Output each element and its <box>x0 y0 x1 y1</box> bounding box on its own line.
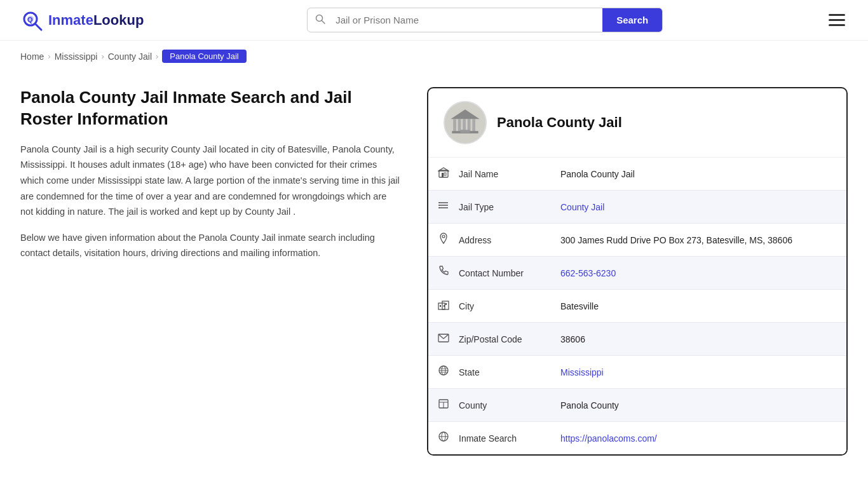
svg-rect-14 <box>460 130 470 133</box>
left-column: Panola County Jail Inmate Search and Jai… <box>20 87 427 456</box>
logo-text: InmateLookup <box>48 12 144 29</box>
info-row-jail-name: Jail Name Panola County Jail <box>428 158 846 191</box>
svg-rect-7 <box>453 119 456 132</box>
address-value: 300 James Rudd Drive PO Box 273, Batesvi… <box>560 226 846 254</box>
pin-icon <box>428 224 459 256</box>
zip-icon <box>428 323 459 355</box>
svg-point-23 <box>438 205 440 206</box>
page-desc-1: Panola County Jail is a high security Co… <box>20 142 402 220</box>
list-icon <box>428 191 459 223</box>
city-label: City <box>459 292 560 320</box>
address-label: Address <box>459 226 560 254</box>
svg-rect-27 <box>442 301 449 309</box>
svg-point-25 <box>442 235 445 238</box>
search-bar: Search <box>307 8 663 32</box>
page-desc-2: Below we have given information about th… <box>20 230 402 261</box>
info-row-zip: Zip/Postal Code 38606 <box>428 323 846 356</box>
contact-link[interactable]: 662-563-6230 <box>560 268 616 278</box>
site-logo[interactable]: Q InmateLookup <box>20 9 144 32</box>
card-title: Panola County Jail <box>497 114 622 131</box>
inmate-search-icon <box>428 422 459 454</box>
svg-point-24 <box>438 207 440 208</box>
svg-text:Q: Q <box>27 16 33 24</box>
jail-name-value: Panola County Jail <box>560 160 846 188</box>
hamburger-line-3 <box>829 24 845 26</box>
svg-rect-16 <box>442 173 444 177</box>
svg-line-1 <box>35 24 41 30</box>
breadcrumb-sep-3: › <box>156 51 158 61</box>
svg-point-22 <box>438 202 440 203</box>
info-row-inmate-search: Inmate Search https://panolacoms.com/ <box>428 422 846 454</box>
main-content: Panola County Jail Inmate Search and Jai… <box>0 72 868 481</box>
zip-label: Zip/Postal Code <box>459 325 560 353</box>
state-value: Mississippi <box>560 358 846 386</box>
right-column: Panola County Jail Jail Name Panola Coun… <box>427 87 848 456</box>
county-label: County <box>459 391 560 419</box>
card-header: Panola County Jail <box>428 88 846 158</box>
inmate-search-label: Inmate Search <box>459 424 560 452</box>
city-value: Batesville <box>560 292 846 320</box>
jail-type-label: Jail Type <box>459 193 560 221</box>
building-icon <box>428 158 459 190</box>
search-input[interactable] <box>333 8 602 32</box>
svg-line-5 <box>322 20 325 24</box>
state-label: State <box>459 358 560 386</box>
phone-icon <box>428 257 459 289</box>
jail-type-link[interactable]: County Jail <box>560 202 604 212</box>
svg-rect-28 <box>440 305 441 307</box>
breadcrumb-mississippi[interactable]: Mississippi <box>55 51 98 62</box>
site-header: Q InmateLookup Search <box>0 0 868 41</box>
county-value: Panola County <box>560 391 846 419</box>
info-table: Jail Name Panola County Jail Jail Type C… <box>428 158 846 454</box>
breadcrumb: Home › Mississippi › County Jail › Panol… <box>0 41 868 72</box>
breadcrumb-sep-1: › <box>48 51 50 61</box>
globe-icon <box>428 356 459 388</box>
breadcrumb-current: Panola County Jail <box>162 50 246 63</box>
info-card: Panola County Jail Jail Name Panola Coun… <box>427 87 848 456</box>
svg-rect-29 <box>444 305 445 307</box>
page-title: Panola County Jail Inmate Search and Jai… <box>20 87 402 130</box>
info-row-contact: Contact Number 662-563-6230 <box>428 257 846 290</box>
breadcrumb-home[interactable]: Home <box>20 51 44 62</box>
breadcrumb-sep-2: › <box>101 51 104 61</box>
zip-value: 38606 <box>560 325 846 353</box>
jail-name-label: Jail Name <box>459 160 560 188</box>
hamburger-menu[interactable] <box>826 11 848 29</box>
search-bar-icon <box>308 14 333 27</box>
hamburger-line-1 <box>829 14 845 16</box>
contact-value: 662-563-6230 <box>560 259 846 287</box>
svg-rect-11 <box>472 119 475 132</box>
svg-rect-30 <box>445 303 447 305</box>
county-icon <box>428 389 459 421</box>
info-row-city: City Batesville <box>428 290 846 323</box>
hamburger-line-2 <box>829 19 845 21</box>
search-button[interactable]: Search <box>602 8 662 32</box>
card-image <box>444 101 487 144</box>
state-link[interactable]: Mississippi <box>560 367 604 377</box>
info-row-jail-type: Jail Type County Jail <box>428 191 846 224</box>
svg-rect-17 <box>444 173 446 175</box>
breadcrumb-county-jail[interactable]: County Jail <box>108 51 152 62</box>
city-icon <box>428 290 459 322</box>
jail-image <box>445 102 485 143</box>
jail-type-value: County Jail <box>560 193 846 221</box>
logo-icon: Q <box>20 9 43 32</box>
inmate-search-value: https://panolacoms.com/ <box>560 424 846 452</box>
info-row-address: Address 300 James Rudd Drive PO Box 273,… <box>428 224 846 257</box>
info-row-county: County Panola County <box>428 389 846 422</box>
inmate-search-link[interactable]: https://panolacoms.com/ <box>560 433 657 444</box>
info-row-state: State Mississippi <box>428 356 846 389</box>
contact-label: Contact Number <box>459 259 560 287</box>
